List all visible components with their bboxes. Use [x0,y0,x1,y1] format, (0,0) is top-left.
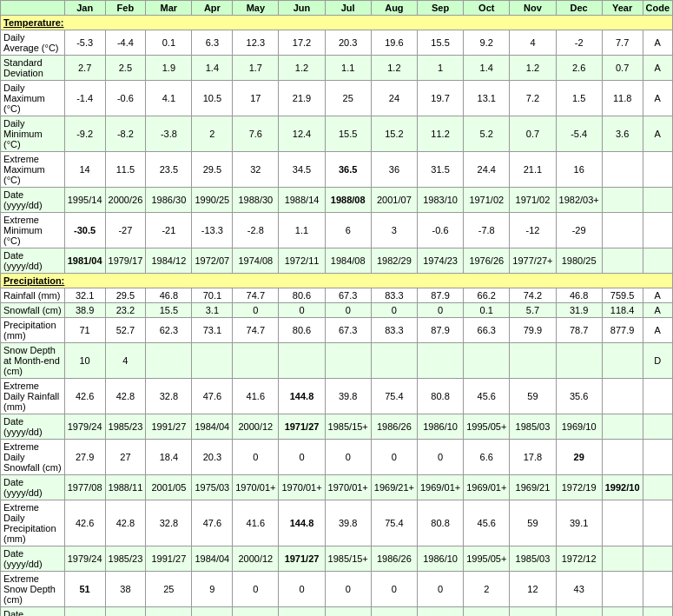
cell-value: 1972/11 [279,248,325,274]
cell-value: 2 [192,116,233,152]
cell-value: 38 [105,572,146,607]
cell-value: 83.3 [371,288,417,303]
cell-value: 3 [371,213,417,248]
cell-value: 70.1 [192,288,233,303]
cell-value: 12.3 [233,30,279,56]
cell-value: 32.8 [146,500,192,546]
cell-value: 1974/23 [417,248,463,274]
cell-value: 1986/10 [417,546,463,572]
cell-value [556,343,602,379]
cell-value: 80.8 [417,500,463,546]
cell-value: 1969/21 [510,475,556,500]
cell-value: 1972/12 [556,546,602,572]
cell-value: 1983/10 [417,188,463,213]
cell-value: 1984/12 [146,248,192,274]
cell-value: 80.8 [417,379,463,414]
cell-value: 5.7 [510,303,556,318]
cell-value: 4 [105,343,146,379]
cell-value: 10 [64,343,105,379]
climate-table: Jan Feb Mar Apr May Jun Jul Aug Sep Oct … [0,0,673,616]
cell-value: 29.5 [105,288,146,303]
cell-value [602,152,643,188]
section-header: Temperature: [1,16,673,30]
cell-value: 52.7 [105,318,146,343]
cell-value: 0.7 [510,116,556,152]
cell-value: 1981/01+ [279,607,325,617]
cell-value: 2.7 [64,56,105,81]
cell-value: 1994/07 [192,607,233,617]
cell-value: A [643,303,673,318]
table-row: Daily Maximum (°C)-1.4-0.64.110.51721.92… [1,81,673,116]
cell-value [643,500,673,546]
cell-value: 21.9 [279,81,325,116]
table-row: Extreme Daily Rainfall (mm)42.642.832.84… [1,379,673,414]
cell-value: 17.2 [279,30,325,56]
cell-value: 1969/01+ [417,475,463,500]
table-row: Daily Minimum (°C)-9.2-8.2-3.827.612.415… [1,116,673,152]
cell-value [602,379,643,414]
cell-value: 1992/19 [464,607,510,617]
cell-value: -13.3 [192,213,233,248]
cell-value: 1982/03+ [556,188,602,213]
cell-value: 2001/07 [371,188,417,213]
cell-value: 877.9 [602,318,643,343]
cell-value: D [643,343,673,379]
cell-value: 1981/01+ [371,607,417,617]
cell-value: 1988/11 [105,475,146,500]
cell-value: -21 [146,213,192,248]
cell-value: 1988/30 [233,188,279,213]
col-header-apr: Apr [192,1,233,16]
col-header-dec: Dec [556,1,602,16]
cell-value: 7.6 [233,116,279,152]
cell-value [643,475,673,500]
cell-value: 23.2 [105,303,146,318]
cell-value: 1985/23 [105,414,146,440]
cell-value: -2.8 [233,213,279,248]
table-body: Temperature:Daily Average (°C)-5.3-4.40.… [1,16,673,617]
cell-value [643,414,673,440]
row-label: Date (yyyy/dd) [1,188,65,213]
col-header-may: May [233,1,279,16]
cell-value: 74.7 [233,288,279,303]
cell-value: 1985/03 [510,546,556,572]
cell-value: 1985/23 [105,546,146,572]
cell-value: -9.2 [64,116,105,152]
table-row: Temperature: [1,16,673,30]
cell-value: 9.2 [464,30,510,56]
cell-value: 1991/27 [146,546,192,572]
row-label: Precipitation (mm) [1,318,65,343]
cell-value: 0 [325,303,371,318]
cell-value: 16 [556,152,602,188]
cell-value: 1981/13 [64,607,105,617]
cell-value: A [643,30,673,56]
cell-value: 6 [325,213,371,248]
cell-value [643,607,673,617]
cell-value: 83.3 [371,318,417,343]
header-row: Jan Feb Mar Apr May Jun Jul Aug Sep Oct … [1,1,673,16]
cell-value: 1.5 [556,81,602,116]
cell-value: 1991/29 [510,607,556,617]
col-header-jan: Jan [64,1,105,16]
cell-value: 1985/15+ [325,414,371,440]
cell-value: 1984/04 [192,414,233,440]
cell-value: 36.5 [325,152,371,188]
table-row: Date (yyyy/dd)1981/131985/071984/01+1994… [1,607,673,617]
cell-value: 47.6 [192,500,233,546]
cell-value: 0 [279,572,325,607]
cell-value: 118.4 [602,303,643,318]
cell-value: 1.4 [464,56,510,81]
cell-value: 41.6 [233,500,279,546]
cell-value: 14 [64,152,105,188]
cell-value: 32 [233,152,279,188]
cell-value: 1995/05+ [464,546,510,572]
cell-value: 0 [233,572,279,607]
cell-value: 1984/08 [325,248,371,274]
cell-value: 2000/12 [233,546,279,572]
cell-value: 15.5 [325,116,371,152]
cell-value: 1988/08 [325,188,371,213]
cell-value: -0.6 [105,81,146,116]
cell-value: 7.7 [602,30,643,56]
cell-value: 27 [105,440,146,475]
cell-value: 1977/08 [64,475,105,500]
cell-value: 1995/05+ [464,414,510,440]
